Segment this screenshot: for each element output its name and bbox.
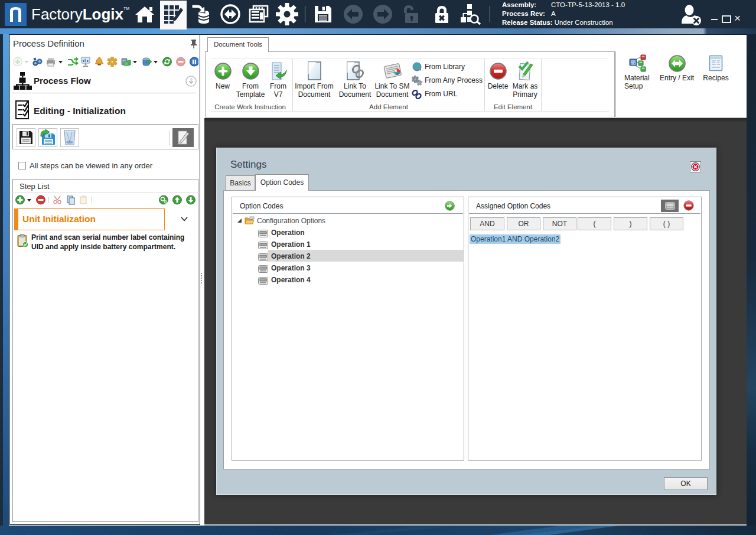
svg-text:MJ: MJ bbox=[631, 62, 636, 66]
